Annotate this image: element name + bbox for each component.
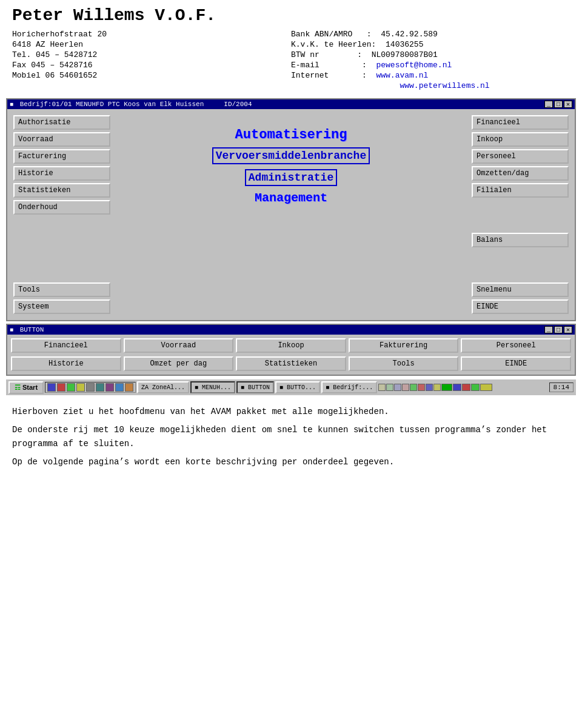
button-window: ■ BUTTON _ □ ✕ Financieel Voorraad Inkoo…: [6, 324, 576, 376]
btn-inkoop[interactable]: Inkoop: [236, 338, 346, 353]
balans-button[interactable]: Balans: [472, 233, 569, 247]
clock-extra: [480, 384, 492, 391]
tray-icon-2: [386, 384, 393, 391]
tray-icon-3: [394, 384, 401, 391]
internet-link-2[interactable]: www.peterwillems.nl: [400, 81, 489, 90]
speaker-icon: [471, 384, 480, 391]
voorraad-button[interactable]: Voorraad: [13, 132, 110, 147]
btn-tools[interactable]: Tools: [349, 356, 459, 371]
taskbar-menuh-button[interactable]: ■ MENUH...: [190, 381, 235, 393]
left-menu-column: Authorisatie Voorraad Facturering Histor…: [13, 115, 110, 314]
personeel-button[interactable]: Personeel: [472, 149, 569, 164]
systeem-button[interactable]: Systeem: [13, 299, 110, 314]
header-right: Bank ABN/AMRO : 45.42.92.589 K.v.K. te H…: [291, 30, 570, 90]
quick-icon-8[interactable]: [115, 383, 124, 392]
quick-icon-1[interactable]: [47, 383, 56, 392]
btw: BTW nr : NL009780087B01: [291, 50, 570, 59]
quick-icon-9[interactable]: [125, 383, 133, 392]
quick-icon-5[interactable]: [86, 383, 95, 392]
city: 6418 AZ Heerlen: [12, 40, 291, 49]
button-row-2: Historie Omzet per dag Statistieken Tool…: [7, 356, 575, 375]
internet-2: www.peterwillems.nl: [291, 81, 570, 90]
close-button[interactable]: ✕: [564, 101, 572, 108]
network-icon: [462, 384, 470, 391]
main-layout: Authorisatie Voorraad Facturering Histor…: [11, 113, 571, 316]
tray-icon-7: [426, 384, 433, 391]
quick-icon-7[interactable]: [105, 383, 114, 392]
footer-para-1: Hierboven ziet u het hoofdmenu van het A…: [12, 405, 570, 418]
footer-para-3: Op de volgende pagina’s wordt een korte …: [12, 455, 570, 469]
tray-icon-5: [410, 384, 417, 391]
filialen-button[interactable]: Filialen: [472, 183, 569, 198]
tray-icon-8: [433, 384, 441, 391]
btn-omzet-per-dag[interactable]: Omzet per dag: [124, 356, 234, 371]
snelmenu-button[interactable]: Snelmenu: [472, 282, 569, 297]
authorisatie-button[interactable]: Authorisatie: [13, 115, 110, 130]
quick-icon-3[interactable]: [67, 383, 75, 392]
management-text: Management: [255, 191, 327, 205]
administratie-text: Administratie: [245, 169, 337, 186]
start-icon: ☶: [15, 384, 21, 392]
right-menu-column: Financieel Inkoop Personeel Omzetten/dag…: [472, 115, 569, 314]
header: Peter Willems V.O.F. Horicherhofstraat 2…: [0, 0, 582, 93]
internet-link-1[interactable]: www.avam.nl: [376, 71, 428, 80]
btn-statistieken[interactable]: Statistieken: [236, 356, 346, 371]
taskbar-zoneal-button[interactable]: ZA ZoneAl...: [137, 381, 189, 393]
menuhfd-title: ■ Bedrijf:01/01 MENUHFD PTC Koos van Elk…: [10, 101, 252, 108]
address: Horicherhofstraat 20: [12, 30, 291, 39]
fax: Fax 045 – 5428716: [12, 61, 291, 70]
onderhoud-button[interactable]: Onderhoud: [13, 200, 110, 215]
btn-close[interactable]: ✕: [564, 326, 572, 333]
einde-button[interactable]: EINDE: [472, 299, 569, 314]
mobiel: Mobiel 06 54601652: [12, 71, 291, 80]
taskbar-bedrijf-button[interactable]: ■ Bedrijf:...: [321, 381, 377, 393]
quick-icon-6[interactable]: [96, 383, 104, 392]
header-left: Horicherhofstraat 20 6418 AZ Heerlen Tel…: [12, 30, 291, 90]
btn-historie[interactable]: Historie: [11, 356, 121, 371]
omzetten-dag-button[interactable]: Omzetten/dag: [472, 166, 569, 181]
btn-voorraad[interactable]: Voorraad: [124, 338, 234, 353]
btn-fakturering[interactable]: Fakturering: [349, 338, 459, 353]
vervoer-text: Vervoersmiddelenbranche: [212, 147, 370, 164]
btn-minimize[interactable]: _: [544, 326, 553, 333]
minimize-button[interactable]: _: [544, 101, 553, 108]
internet: Internet : www.avam.nl: [291, 71, 570, 80]
header-info: Horicherhofstraat 20 6418 AZ Heerlen Tel…: [12, 30, 570, 90]
center-content: Automatisering Vervoersmiddelenbranche A…: [113, 115, 469, 314]
button-titlebar: ■ BUTTON _ □ ✕: [7, 325, 575, 335]
footer: Hierboven ziet u het hoofdmenu van het A…: [0, 395, 582, 475]
tray-icon-4: [402, 384, 409, 391]
taskbar: ☶ Start ZA ZoneAl... ■ MENUH... ■ BUTTON…: [6, 378, 576, 395]
system-clock: 8:14: [549, 382, 574, 392]
btn-einde[interactable]: EINDE: [461, 356, 571, 371]
menuhfd-window: ■ Bedrijf:01/01 MENUHFD PTC Koos van Elk…: [6, 98, 576, 321]
inkoop-button[interactable]: Inkoop: [472, 132, 569, 147]
maximize-button[interactable]: □: [554, 101, 563, 108]
footer-para-2: De onderste rij met 10 keuze mogelijkhed…: [12, 423, 570, 450]
quick-icon-2[interactable]: [57, 383, 65, 392]
btn-financieel[interactable]: Financieel: [11, 338, 121, 353]
taskbar-quick-icons: [45, 382, 136, 393]
financieel-button[interactable]: Financieel: [472, 115, 569, 130]
email: E-mail : pewesoft@home.nl: [291, 61, 570, 70]
button-title: ■ BUTTON: [10, 326, 44, 333]
tools-button[interactable]: Tools: [13, 282, 110, 297]
taskbar-button-button[interactable]: ■ BUTTON: [236, 381, 274, 393]
company-title: Peter Willems V.O.F.: [12, 6, 570, 25]
email-link[interactable]: pewesoft@home.nl: [376, 61, 452, 70]
statistieken-button[interactable]: Statistieken: [13, 183, 110, 198]
tel: Tel. 045 – 5428712: [12, 50, 291, 59]
quick-icon-4[interactable]: [76, 383, 85, 392]
facturering-button[interactable]: Facturering: [13, 149, 110, 164]
taskbar-butto-button[interactable]: ■ BUTTO...: [275, 381, 320, 393]
button-row-1: Financieel Voorraad Inkoop Fakturering P…: [7, 335, 575, 356]
bank: Bank ABN/AMRO : 45.42.92.589: [291, 30, 570, 39]
historie-button[interactable]: Historie: [13, 166, 110, 181]
start-button[interactable]: ☶ Start: [8, 381, 44, 394]
volume-icon: [453, 384, 461, 391]
menuhfd-titlebar: ■ Bedrijf:01/01 MENUHFD PTC Koos van Elk…: [7, 99, 575, 109]
btn-personeel[interactable]: Personeel: [461, 338, 571, 353]
battery-icon: [441, 384, 452, 391]
btn-maximize[interactable]: □: [554, 326, 563, 333]
tray-icon-6: [418, 384, 425, 391]
